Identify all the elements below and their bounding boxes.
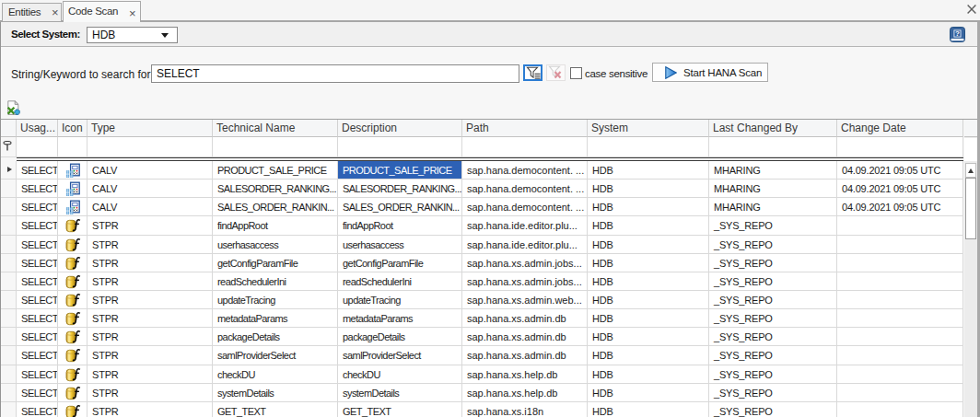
svg-text:?: ?: [955, 29, 960, 38]
